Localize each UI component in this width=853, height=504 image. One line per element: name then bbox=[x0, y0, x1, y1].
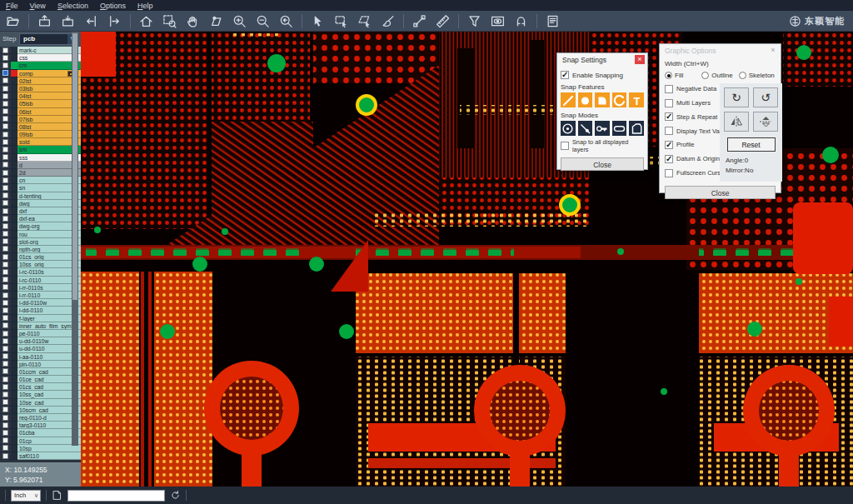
layer-visibility-checkbox[interactable] bbox=[2, 192, 8, 198]
layer-visibility-checkbox[interactable] bbox=[2, 254, 8, 260]
layer-visibility-checkbox[interactable] bbox=[2, 315, 8, 321]
layer-visibility-checkbox[interactable] bbox=[2, 86, 8, 92]
layer-row[interactable]: 08lst bbox=[0, 123, 81, 131]
checkbox[interactable] bbox=[665, 155, 673, 163]
checkbox-datum-origin[interactable]: Datum & Origin bbox=[665, 153, 716, 165]
polygon-edit-button[interactable] bbox=[207, 12, 226, 30]
layer-name[interactable]: saf0110 bbox=[17, 452, 81, 460]
checkbox[interactable] bbox=[665, 127, 673, 135]
checkbox-negative-data[interactable]: Negative Data bbox=[665, 83, 716, 95]
layer-row[interactable]: 10se_cad bbox=[0, 399, 81, 407]
layer-visibility-checkbox[interactable] bbox=[2, 361, 8, 367]
layer-name[interactable]: 10sp bbox=[17, 445, 81, 452]
layer-row[interactable]: npth-org bbox=[0, 246, 81, 253]
rect-select-button[interactable] bbox=[332, 12, 351, 30]
snap-segment-button[interactable] bbox=[561, 92, 576, 107]
layer-visibility-checkbox[interactable] bbox=[2, 177, 8, 183]
layer-visibility-checkbox[interactable] bbox=[2, 170, 8, 176]
layer-visibility-checkbox[interactable] bbox=[2, 292, 8, 298]
layer-row[interactable]: slot-org bbox=[0, 238, 81, 246]
layer-visibility-button[interactable] bbox=[488, 12, 507, 30]
layer-visibility-checkbox[interactable] bbox=[2, 162, 8, 167]
layer-row[interactable]: i-dd-0110 bbox=[0, 307, 81, 314]
layer-row[interactable]: 04lst bbox=[0, 92, 81, 100]
layer-visibility-checkbox[interactable] bbox=[2, 384, 8, 390]
checkbox[interactable] bbox=[665, 99, 673, 107]
report-list-button[interactable] bbox=[543, 12, 562, 30]
enable-snapping-checkbox[interactable]: Enable Snapping bbox=[561, 71, 644, 79]
layer-row[interactable]: targ3-0110 bbox=[0, 422, 81, 429]
layer-visibility-checkbox[interactable] bbox=[2, 123, 8, 129]
snap-arc-button[interactable] bbox=[612, 92, 627, 107]
close-icon[interactable]: × bbox=[768, 46, 778, 55]
layer-visibility-checkbox[interactable] bbox=[2, 154, 8, 160]
import-board-button[interactable] bbox=[35, 12, 54, 30]
menu-view[interactable]: View bbox=[30, 2, 46, 10]
layer-visibility-checkbox[interactable] bbox=[2, 445, 8, 451]
checkbox[interactable] bbox=[665, 112, 673, 121]
layer-visibility-checkbox[interactable] bbox=[2, 422, 8, 428]
layer-row[interactable]: 06lst bbox=[0, 108, 81, 116]
zoom-window-button[interactable] bbox=[160, 12, 179, 30]
layer-visibility-checkbox[interactable] bbox=[2, 47, 8, 53]
checkbox[interactable] bbox=[561, 142, 569, 150]
layer-visibility-checkbox[interactable] bbox=[2, 93, 8, 99]
layer-row[interactable]: i-rc-0110 bbox=[0, 277, 81, 284]
layer-row[interactable]: dxf-ea bbox=[0, 215, 81, 222]
layer-row[interactable]: rou bbox=[0, 231, 81, 238]
radio-outline[interactable]: Outline bbox=[701, 72, 738, 79]
layer-row[interactable]: dwg bbox=[0, 200, 81, 207]
measure-ruler-button[interactable] bbox=[433, 12, 452, 30]
layer-visibility-checkbox[interactable] bbox=[2, 132, 8, 137]
layer-visibility-checkbox[interactable] bbox=[2, 277, 8, 282]
layer-row[interactable]: i-dd-0110w bbox=[0, 299, 81, 307]
layer-visibility-checkbox[interactable] bbox=[2, 377, 8, 382]
layer-row[interactable]: 05lsb bbox=[0, 100, 81, 107]
rotate-ccw-button[interactable]: ↺ bbox=[753, 87, 778, 107]
layer-visibility-checkbox[interactable] bbox=[2, 147, 8, 152]
dialog-titlebar[interactable]: Graphic Options × bbox=[660, 44, 781, 57]
snap-text-button[interactable]: T bbox=[629, 92, 644, 107]
layer-visibility-checkbox[interactable] bbox=[2, 331, 8, 337]
snap-pad-corner-button[interactable] bbox=[595, 92, 610, 107]
checkbox-fullscreen-cursor[interactable]: Fullscreen Cursor bbox=[665, 167, 716, 179]
layer-row[interactable]: i-rr-0110s bbox=[0, 284, 81, 292]
layer-row[interactable]: f-layer bbox=[0, 315, 81, 322]
snap-magnet-button[interactable] bbox=[511, 12, 531, 30]
layer-visibility-checkbox[interactable] bbox=[2, 453, 8, 459]
layer-row[interactable]: css bbox=[0, 54, 81, 62]
rotate-cw-button[interactable]: ↻ bbox=[724, 87, 749, 107]
layer-row[interactable]: sn bbox=[0, 184, 81, 192]
reset-button[interactable]: Reset bbox=[727, 137, 776, 152]
layer-visibility-checkbox[interactable] bbox=[2, 269, 8, 275]
layer-row[interactable]: pe-0110 bbox=[0, 330, 81, 337]
dialog-titlebar[interactable]: Snap Settings × bbox=[557, 53, 647, 66]
checkbox-multi-layers[interactable]: Multi Layers bbox=[665, 97, 716, 109]
layer-row[interactable]: mark-c bbox=[0, 47, 81, 54]
next-step-button[interactable] bbox=[105, 12, 124, 30]
layer-row[interactable]: reg-0110-d bbox=[0, 414, 81, 422]
zoom-previous-button[interactable] bbox=[277, 12, 296, 30]
step-dropdown[interactable]: pcb ∨ bbox=[19, 33, 78, 45]
flip-horizontal-button[interactable] bbox=[724, 112, 749, 132]
layer-row[interactable]: 01ccm_cad bbox=[0, 368, 81, 376]
layer-row[interactable]: i-rc-0110s bbox=[0, 268, 81, 276]
layer-visibility-checkbox[interactable] bbox=[2, 415, 8, 421]
layer-row[interactable]: 01cs_orig bbox=[0, 253, 81, 261]
checkbox-profile[interactable]: Profile bbox=[665, 139, 716, 151]
layer-visibility-checkbox[interactable] bbox=[2, 353, 8, 359]
layer-visibility-checkbox[interactable] bbox=[2, 262, 8, 267]
layer-visibility-checkbox[interactable] bbox=[2, 338, 8, 344]
layer-visibility-checkbox[interactable] bbox=[2, 185, 8, 191]
layer-visibility-checkbox[interactable] bbox=[2, 437, 8, 443]
radio-skeleton[interactable]: Skeleton bbox=[739, 72, 776, 79]
layer-row[interactable]: 02lst bbox=[0, 77, 81, 85]
layer-visibility-checkbox[interactable] bbox=[2, 368, 8, 374]
snap-pad-circle-button[interactable] bbox=[578, 92, 593, 107]
measure-line-button[interactable] bbox=[410, 12, 429, 30]
layer-row[interactable]: cn bbox=[0, 177, 81, 184]
layer-row[interactable]: 01cba bbox=[0, 429, 81, 437]
layer-row[interactable]: comp bbox=[0, 70, 81, 77]
layer-visibility-checkbox[interactable] bbox=[2, 139, 8, 145]
layer-row[interactable]: 10ss_orig bbox=[0, 261, 81, 268]
